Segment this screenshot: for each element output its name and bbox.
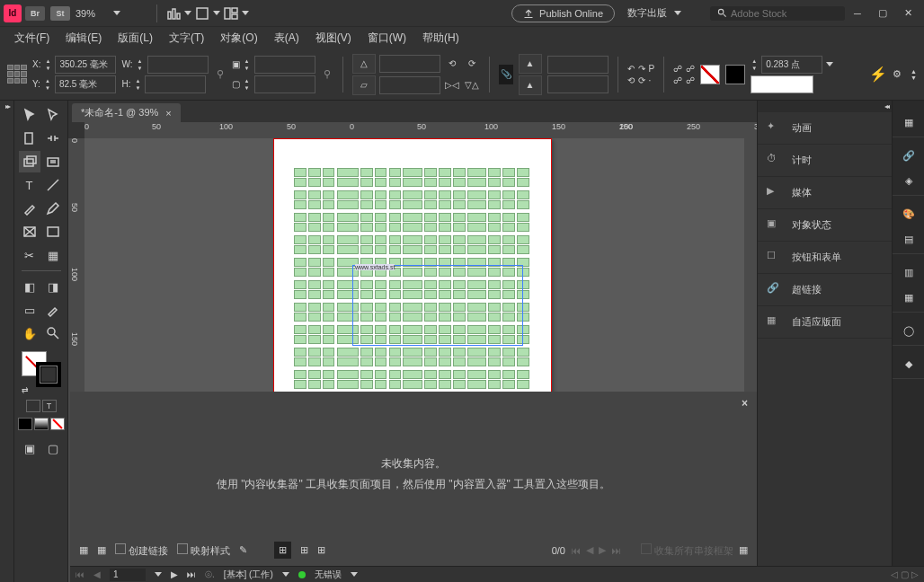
layers-panel-icon[interactable]: ◈ <box>898 170 920 191</box>
page-number-input[interactable]: 1 <box>110 569 146 581</box>
swap-fill-stroke-icon[interactable]: ⇄ <box>22 385 29 394</box>
y-input[interactable]: 82.5 毫米 <box>55 75 116 93</box>
x-input[interactable]: 350.25 毫米 <box>55 56 116 74</box>
collapse-dock-icon[interactable]: ◂◂ <box>884 102 888 110</box>
rectangle-tool[interactable] <box>42 221 64 242</box>
color-panel-icon[interactable]: 🎨 <box>898 203 920 225</box>
rotate-icon3[interactable]: ⟳ <box>638 75 645 85</box>
document-tab[interactable]: *未命名-1 @ 39%× <box>72 103 181 122</box>
rotate-icon2[interactable]: ⟲ <box>627 75 635 85</box>
view-options-icon[interactable] <box>166 1 191 26</box>
flip-v-icon[interactable]: ▽△ <box>464 75 480 95</box>
close-collector-icon[interactable]: × <box>742 397 748 410</box>
map-style-checkbox[interactable]: 映射样式 <box>177 543 230 558</box>
menu-窗口(W)[interactable]: 窗口(W) <box>360 29 413 48</box>
stroke-effect[interactable] <box>547 75 609 93</box>
selection-tool[interactable] <box>19 104 40 126</box>
align-4-icon[interactable]: ☍ <box>686 75 695 85</box>
links-panel-icon[interactable]: 🔗 <box>898 145 920 166</box>
stroke-swatch[interactable] <box>725 65 745 84</box>
w-input[interactable] <box>147 56 209 74</box>
apply-none-icon[interactable] <box>50 418 65 430</box>
pen-tool[interactable] <box>19 198 40 219</box>
line-tool[interactable] <box>42 174 64 196</box>
text-icon[interactable]: P <box>649 64 655 74</box>
preflight-panel-icon[interactable]: ◆ <box>898 353 920 375</box>
undo-icon[interactable]: ↶ <box>627 64 635 74</box>
menu-版面(L)[interactable]: 版面(L) <box>111 29 160 48</box>
collect-all-checkbox[interactable]: 收集所有串接框架 <box>641 543 733 558</box>
note-tool[interactable]: ▭ <box>19 299 40 321</box>
menu-视图(V)[interactable]: 视图(V) <box>308 29 359 48</box>
menu-文件(F)[interactable]: 文件(F) <box>7 29 57 48</box>
redo-icon[interactable]: ↷ <box>638 64 645 74</box>
status-first-icon[interactable]: ⏮ <box>76 569 84 579</box>
edit-link-icon[interactable]: ✎ <box>239 544 247 556</box>
last-page-icon[interactable]: ⏭ <box>611 545 621 556</box>
panel-对象状态[interactable]: ▣对象状态 <box>758 209 892 242</box>
gradient-feather-tool[interactable]: ◨ <box>42 276 64 297</box>
screen-mode-icon[interactable] <box>195 1 220 26</box>
panel-按钮和表单[interactable]: ☐按钮和表单 <box>758 242 892 274</box>
gap-tool[interactable] <box>42 128 64 149</box>
publish-online-button[interactable]: Publish Online <box>511 4 615 22</box>
ruler-horizontal[interactable]: 05010050050100150200150250300 <box>84 122 757 138</box>
first-page-icon[interactable]: ⏮ <box>571 545 581 556</box>
panel-自适应版面[interactable]: ▦自适应版面 <box>758 306 892 339</box>
type-tool[interactable]: T <box>19 174 40 196</box>
bridge-icon[interactable]: Br <box>25 6 45 21</box>
scale-x-input[interactable] <box>254 56 315 74</box>
scissors-tool[interactable]: ✂ <box>19 244 40 266</box>
menu-编辑(E)[interactable]: 编辑(E) <box>58 29 109 48</box>
frame-fit-icon[interactable]: ▲ <box>519 75 542 95</box>
pages-panel-icon[interactable]: ▦ <box>898 111 920 133</box>
collector-mode-icon[interactable]: ▦ <box>79 544 88 556</box>
rotate-input[interactable] <box>379 55 440 73</box>
eyedropper-tool[interactable] <box>42 299 64 321</box>
text-frame[interactable]: www.sxtads.st <box>352 265 523 346</box>
panel-媒体[interactable]: ▶媒体 <box>758 177 892 209</box>
zoom-tool[interactable] <box>42 322 64 344</box>
content-collector-tool[interactable] <box>19 151 40 172</box>
zoom-select[interactable]: 39% <box>76 8 138 19</box>
apply-color-icon[interactable] <box>18 418 32 430</box>
flip-h-icon[interactable]: ▷◁ <box>444 75 460 95</box>
shear-angle-icon[interactable]: ▱ <box>352 75 376 95</box>
rotate-cw-icon[interactable]: ⟲ <box>444 54 460 74</box>
preview-view-icon[interactable]: ▢ <box>42 437 64 459</box>
status-next-icon[interactable]: ▶ <box>171 569 178 579</box>
menu-帮助(H)[interactable]: 帮助(H) <box>415 29 466 48</box>
gpu-icon[interactable]: ⚡ <box>869 66 887 83</box>
stock-icon[interactable]: St <box>50 6 70 21</box>
stroke-weight-input[interactable]: 0.283 点 <box>761 56 822 74</box>
panel-计时[interactable]: ⏱计时 <box>758 145 892 177</box>
direct-selection-tool[interactable] <box>42 104 64 126</box>
fill-swatch[interactable] <box>700 65 720 84</box>
preflight-profile[interactable]: [基本] (工作) <box>224 569 273 581</box>
cc-libraries-icon[interactable]: ◯ <box>898 320 920 341</box>
close-button[interactable]: ✕ <box>895 3 920 24</box>
scale-y-input[interactable] <box>254 75 315 93</box>
free-transform-tool[interactable]: ▦ <box>42 244 64 266</box>
hand-tool[interactable]: ✋ <box>19 322 40 344</box>
menu-表(A)[interactable]: 表(A) <box>267 29 307 48</box>
effects-panel-icon[interactable]: ▦ <box>898 287 920 308</box>
container-format-icon[interactable] <box>26 400 40 412</box>
fit-content-icon[interactable]: ▲ <box>519 54 542 74</box>
load-1-icon[interactable]: ⊞ <box>274 542 291 559</box>
clip-icon[interactable]: 📎 <box>499 65 513 84</box>
prev-page-icon[interactable]: ◀ <box>586 544 593 556</box>
panel-超链接[interactable]: 🔗超链接 <box>758 274 892 306</box>
workspace-select[interactable]: 数字出版 <box>627 6 699 20</box>
constrain-scale-icon[interactable]: ⚲ <box>321 58 333 91</box>
panel-动画[interactable]: ✦动画 <box>758 112 892 145</box>
align-1-icon[interactable]: ☍ <box>673 64 682 74</box>
stroke-style[interactable] <box>751 75 813 93</box>
status-last-icon[interactable]: ⏭ <box>187 569 196 579</box>
load-3-icon[interactable]: ⊞ <box>317 544 325 556</box>
menu-对象(O)[interactable]: 对象(O) <box>213 29 264 48</box>
gradient-swatch-tool[interactable]: ◧ <box>19 276 40 297</box>
pencil-tool[interactable] <box>42 198 64 219</box>
status-prev-icon[interactable]: ◀ <box>93 569 101 579</box>
minimize-button[interactable]: ─ <box>845 3 870 24</box>
